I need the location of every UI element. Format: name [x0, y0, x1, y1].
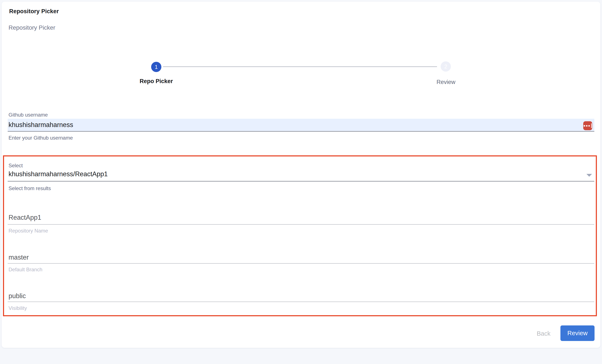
step-1-label: Repo Picker: [122, 78, 190, 85]
repo-section-highlight-border: [3, 155, 597, 316]
github-username-helper: Enter your Github username: [9, 135, 73, 141]
password-manager-icon[interactable]: [583, 121, 592, 130]
visibility-helper: Visibility: [9, 305, 27, 311]
page-title: Repository Picker: [9, 8, 59, 15]
step-1-indicator[interactable]: 1: [151, 62, 161, 72]
password-manager-icon-bar: [591, 123, 592, 128]
repo-select-helper: Select from results: [9, 185, 51, 191]
visibility-value[interactable]: public: [9, 292, 26, 300]
step-2-label: Review: [412, 79, 480, 86]
repository-name-value[interactable]: ReactApp1: [9, 214, 41, 221]
repo-select-value[interactable]: khushisharmaharness/ReactApp1: [9, 170, 108, 178]
default-branch-helper: Default Branch: [9, 267, 43, 273]
repository-name-helper: Repository Name: [9, 228, 48, 234]
review-button[interactable]: Review: [560, 325, 594, 341]
visibility-underline: [8, 301, 594, 302]
repository-name-underline: [8, 224, 594, 225]
github-username-label: Github username: [9, 112, 48, 118]
page-subtitle: Repository Picker: [9, 24, 55, 31]
password-manager-icon-dot: [586, 125, 588, 127]
repo-select-label: Select: [9, 163, 23, 169]
repo-select-underline: [8, 181, 594, 182]
default-branch-underline: [8, 263, 594, 264]
stepper-connector-line: [163, 66, 437, 67]
github-username-value: khushisharmaharness: [8, 121, 73, 129]
password-manager-icon-dot: [584, 125, 585, 127]
password-manager-icon-dot: [588, 125, 590, 127]
chevron-down-icon[interactable]: [586, 174, 592, 177]
default-branch-value[interactable]: master: [9, 254, 29, 261]
back-button[interactable]: Back: [529, 329, 559, 338]
github-username-input[interactable]: khushisharmaharness: [8, 119, 594, 132]
step-2-indicator[interactable]: 2: [441, 61, 451, 72]
page: Repository Picker Repository Picker 1 2 …: [0, 0, 602, 364]
